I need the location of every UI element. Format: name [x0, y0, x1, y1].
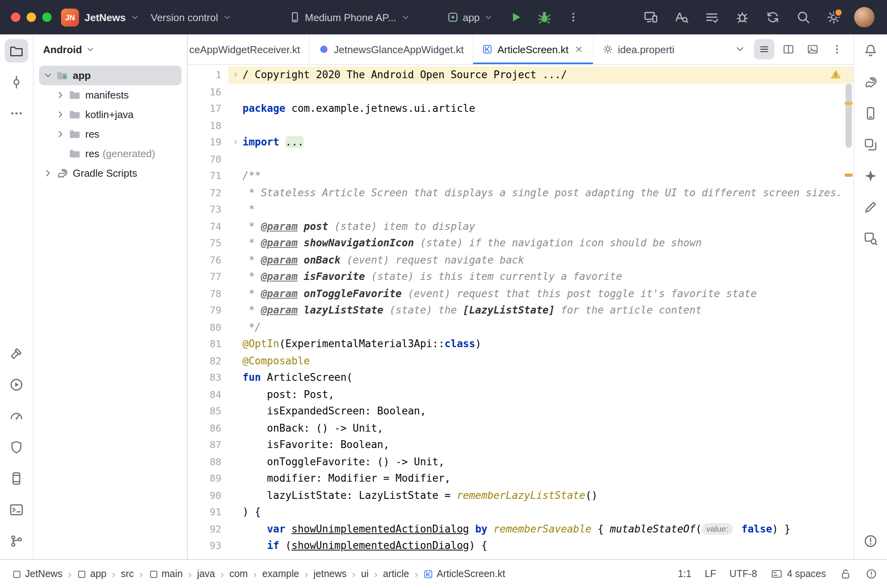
line-number[interactable]: 77 [188, 268, 228, 285]
gradle-button[interactable] [859, 70, 882, 94]
line-number[interactable]: 76 [188, 251, 228, 268]
code-text[interactable]: import ... [242, 134, 304, 151]
line-number[interactable]: 87 [188, 436, 228, 453]
layout-inspector-button[interactable] [859, 227, 882, 250]
line-number[interactable]: 70 [188, 151, 228, 167]
tab-jetnewsglanceappwidget-kt[interactable]: JetnewsGlanceAppWidget.kt [309, 34, 472, 64]
tab-idea-properti[interactable]: idea.properti [593, 34, 683, 64]
line-number[interactable]: 16 [188, 83, 228, 100]
line-number[interactable]: 92 [188, 520, 228, 537]
line-number[interactable]: 74 [188, 218, 228, 235]
editor[interactable]: 1/ Copyright 2020 The Android Open Sourc… [188, 65, 853, 559]
caret-position[interactable]: 1:1 [678, 568, 691, 579]
tab-ceappwidgetreceiver-kt[interactable]: ceAppWidgetReceiver.kt [188, 34, 309, 64]
tree-item-app[interactable]: app [39, 66, 181, 85]
inspect-code-button[interactable] [671, 7, 691, 27]
studio-bot-button[interactable] [859, 164, 882, 188]
fold-toggle-icon[interactable] [228, 66, 242, 83]
line-number[interactable]: 83 [188, 369, 228, 386]
code-text[interactable]: if (showUnimplementedActionDialog) { [242, 537, 487, 554]
line-number[interactable]: 18 [188, 117, 228, 134]
code-text[interactable]: * @param showNavigationIcon (state) if t… [242, 235, 702, 251]
device-mirroring-button[interactable] [641, 7, 661, 27]
profiler-button[interactable] [5, 404, 28, 428]
line-number[interactable]: 80 [188, 319, 228, 335]
run-configuration-selector[interactable]: app [441, 8, 499, 27]
tab-articlescreen-kt[interactable]: ArticleScreen.kt [472, 34, 593, 64]
code-text[interactable]: * @param post (state) item to display [242, 218, 475, 235]
inspections-warning-icon[interactable] [830, 69, 842, 80]
line-number[interactable]: 19 [188, 134, 228, 151]
inspections-status-widget[interactable] [865, 568, 878, 580]
code-text[interactable]: / Copyright 2020 The Android Open Source… [242, 66, 567, 83]
line-number[interactable]: 82 [188, 352, 228, 369]
code-text[interactable]: * @param onBack (event) request navigate… [242, 251, 524, 268]
tree-chevron-icon[interactable] [55, 109, 66, 120]
split-editor-button[interactable] [778, 39, 799, 59]
line-separator[interactable]: LF [705, 568, 716, 579]
more-tool-windows-button[interactable] [5, 102, 28, 125]
line-number[interactable]: 86 [188, 419, 228, 436]
breadcrumb-src[interactable]: src [119, 567, 136, 581]
tree-item-res-generated[interactable]: res(generated) [39, 144, 181, 163]
more-run-actions-button[interactable] [564, 7, 584, 27]
line-number[interactable]: 81 [188, 335, 228, 352]
line-number[interactable]: 90 [188, 487, 228, 504]
code-text[interactable]: onToggleFavorite: () -> Unit, [242, 453, 445, 470]
build-button[interactable] [5, 342, 28, 365]
device-manager-button[interactable] [859, 102, 882, 125]
line-number[interactable]: 75 [188, 235, 228, 251]
close-tab-button[interactable] [573, 44, 584, 55]
line-number[interactable]: 72 [188, 184, 228, 201]
line-number[interactable]: 79 [188, 302, 228, 319]
app-links-button[interactable] [859, 195, 882, 219]
code-text[interactable]: */ [242, 319, 261, 335]
breadcrumb-ui[interactable]: ui [359, 567, 371, 581]
code-text[interactable]: /** [242, 167, 261, 184]
preview-image-button[interactable] [803, 39, 823, 59]
gradle-sync-button[interactable] [763, 7, 783, 27]
device-selector[interactable]: Medium Phone AP... [283, 8, 416, 27]
code-text[interactable]: * @param onToggleFavorite (event) reques… [242, 285, 757, 302]
readonly-toggle[interactable] [839, 568, 852, 580]
line-number[interactable]: 78 [188, 285, 228, 302]
run-button[interactable] [506, 7, 526, 27]
editor-list-button[interactable] [754, 39, 774, 59]
tree-chevron-icon[interactable] [55, 89, 66, 101]
breadcrumb-articlescreen-kt[interactable]: ArticleScreen.kt [421, 567, 508, 581]
commit-button[interactable] [5, 70, 28, 94]
code-text[interactable]: isFavorite: Boolean, [242, 436, 390, 453]
running-devices-button[interactable] [859, 133, 882, 156]
user-avatar[interactable] [854, 7, 874, 27]
line-number[interactable]: 71 [188, 167, 228, 184]
tree-item-kotlin-java[interactable]: kotlin+java [39, 105, 181, 124]
tree-item-gradle-scripts[interactable]: Gradle Scripts [39, 163, 181, 183]
code-text[interactable]: ) { [242, 504, 261, 520]
breadcrumb-article[interactable]: article [381, 567, 411, 581]
todo-button[interactable] [702, 7, 722, 27]
line-number[interactable]: 91 [188, 504, 228, 520]
device-explorer-button[interactable] [5, 467, 28, 490]
breadcrumb-java[interactable]: java [195, 567, 217, 581]
terminal-button[interactable] [5, 498, 28, 522]
indent-setting[interactable]: 4 spaces [770, 568, 826, 580]
hidden-tabs-button[interactable] [730, 39, 750, 59]
scrollbar-warning-mark-2[interactable] [845, 174, 853, 177]
code-text[interactable]: * @param lazyListState (state) the [Lazy… [242, 302, 702, 319]
close-window-button[interactable] [11, 13, 20, 22]
notifications-button[interactable] [859, 39, 882, 63]
breadcrumb-jetnews[interactable]: JetNews [9, 567, 65, 581]
profile-bug-button[interactable] [732, 7, 752, 27]
minimize-window-button[interactable] [27, 13, 36, 22]
problems-button[interactable] [859, 529, 882, 553]
code-text[interactable]: var showUnimplementedActionDialog by rem… [242, 520, 790, 537]
line-number[interactable]: 1 [188, 66, 228, 83]
line-number[interactable]: 85 [188, 403, 228, 419]
code-text[interactable]: modifier: Modifier = Modifier, [242, 470, 451, 487]
breadcrumb-jetnews[interactable]: jetnews [311, 567, 349, 581]
project-folder-button[interactable] [5, 39, 28, 63]
code-text[interactable]: * Stateless Article Screen that displays… [242, 184, 842, 201]
scrollbar-warning-mark[interactable] [845, 102, 853, 105]
code-text[interactable]: * [242, 201, 255, 218]
zoom-window-button[interactable] [42, 13, 52, 22]
